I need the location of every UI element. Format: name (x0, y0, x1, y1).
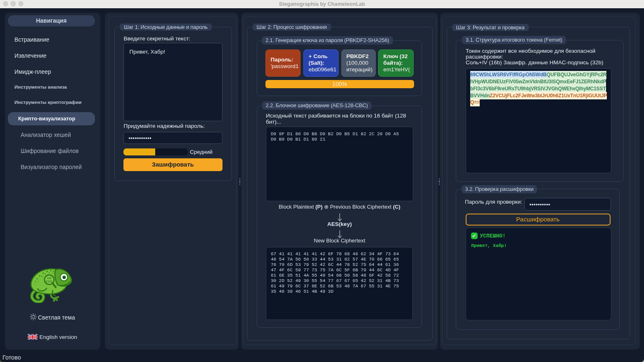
svg-text:0101: 0101 (46, 280, 53, 283)
svg-text:110: 110 (47, 277, 52, 280)
